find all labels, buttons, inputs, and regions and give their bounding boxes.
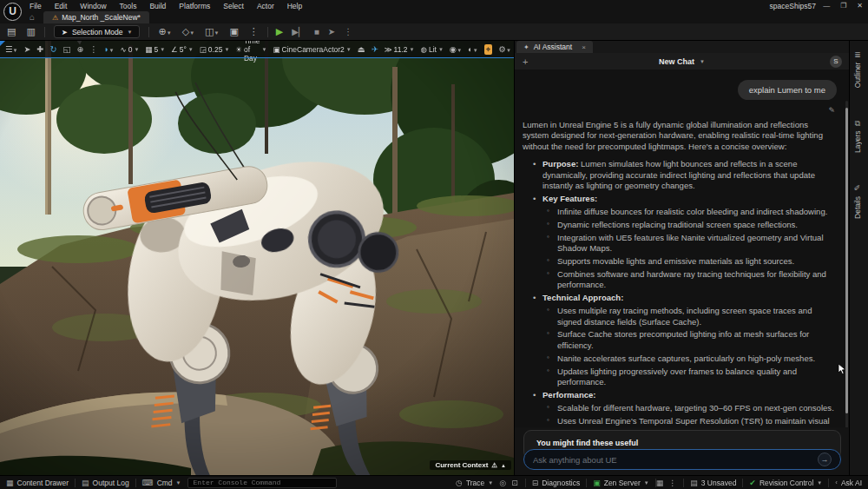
ai-assistant-tab-label: AI Assistant [534,43,572,51]
chat-scrollbar[interactable] [845,101,848,427]
zen-server-dropdown[interactable]: ▣ Zen Server ▼ [593,479,649,487]
chat-header: + New Chat ▼ S [515,53,849,69]
camera-speed-control[interactable]: ≫ 11.2▼ [385,45,415,54]
move-tool-icon[interactable]: ✚ [36,44,43,54]
ai-assistant-tab[interactable]: ✦ AI Assistant × [516,41,593,53]
play-button[interactable]: ▶ [276,26,283,37]
close-button[interactable]: ✕ [857,2,863,10]
screen-percentage-icon[interactable]: ◐▼ [468,44,478,54]
menu-platforms[interactable]: Platforms [179,2,210,10]
platforms-icon[interactable]: ▣ [229,26,238,37]
menu-window[interactable]: Window [80,2,106,10]
sub-bullet-text: Combines software and hardware ray traci… [557,269,826,289]
user-avatar[interactable]: S [830,56,842,68]
play-options-icon[interactable]: ⋮ [344,27,352,36]
frame-skip-button[interactable]: ▶▏ [292,27,305,36]
chat-title-dropdown[interactable]: New Chat ▼ [659,57,705,66]
bullet-marker: • [533,194,536,204]
save-icon[interactable]: ▤ [7,26,16,37]
edit-message-icon[interactable]: ✎ [828,106,835,115]
statusbar-divider [525,479,526,487]
viewport-settings-gear-icon[interactable]: ⚙▼ [498,44,510,54]
transform-gizmo-toggle-icon[interactable]: ⌖ [484,44,493,55]
content-drawer-button[interactable]: ▦ Content Drawer [6,479,69,487]
world-local-toggle-icon[interactable]: ⊕ [76,44,83,54]
grid-snap-value: 5 [154,45,158,54]
level-tab-label: Map_North _ScaleNew* [62,13,141,22]
assistant-sub-bullet: ◦Updates lighting progressively over fra… [523,367,835,388]
ask-input[interactable] [533,455,818,465]
chat-title-label: New Chat [659,57,694,66]
grid-snap-icon: ▦ [145,45,152,54]
scale-snap-control[interactable]: ◲ 0.25▼ [200,45,230,54]
level-viewport[interactable]: ☰▼ ➤ ✚ ↻ ◱ ⊕ ⋮ ◗▼ ∿ 0▼ ▦ 5▼ ∠ 5°▼ ◲ 0.25… [0,41,514,475]
browse-content-icon[interactable]: ▥ [26,26,35,37]
time-of-day-dropdown[interactable]: ☀ Time of Day▼ [235,41,266,63]
tab-outliner[interactable]: Outliner ≣ [853,51,862,88]
menu-build[interactable]: Build [149,2,166,10]
layers-icon: ⧉ [855,119,860,128]
layer-snap-control[interactable]: ∿ 0▼ [121,45,140,54]
unreal-logo-icon[interactable]: U [3,3,22,21]
toolbar-overflow-icon[interactable]: ⋮ [249,26,259,37]
grid-snap-control[interactable]: ▦ 5▼ [145,45,165,54]
camera-actor-dropdown[interactable]: ▣ CineCameraActor2▼ [273,45,351,54]
trace-dropdown[interactable]: ◷ Trace ▼ [456,479,493,487]
home-icon[interactable]: ⌂ [30,12,35,22]
blueprints-icon[interactable]: ◇▼ [182,26,194,37]
menu-edit[interactable]: Edit [55,2,68,10]
selection-mode-dropdown[interactable]: ➤ Selection Mode ▼ [54,25,141,38]
surface-snap-icon[interactable]: ◗▼ [104,44,115,54]
menu-select[interactable]: Select [223,2,244,10]
current-context-chip[interactable]: Current Context ⚠ ▲ [430,460,511,470]
output-log-button[interactable]: ▤ Output Log [82,479,129,487]
statusbar-divider [828,479,829,487]
camera-speed-value: 11.2 [394,45,408,54]
minimize-button[interactable]: — [823,2,830,10]
rotate-tool-icon[interactable]: ↻ [49,44,56,54]
restore-button[interactable]: ❐ [840,2,846,10]
menu-file[interactable]: File [30,2,42,10]
statusbar-divider [586,479,587,487]
screenshot-icon[interactable]: ⊡ [511,479,518,487]
tab-layers[interactable]: Layers ⧉ [853,121,862,153]
viewport-options-icon[interactable]: ☰▼ [5,44,17,54]
eject-icon[interactable]: ⏏ [358,44,365,54]
diagnostics-button[interactable]: ⊟ Diagnostics [532,479,580,487]
show-flags-icon[interactable]: ◉▼ [450,44,462,54]
select-tool-icon[interactable]: ➤ [23,44,30,54]
send-button[interactable]: → [818,453,832,466]
insights-icon[interactable]: ◎ [499,479,506,487]
add-actor-icon[interactable]: ⊕▼ [158,26,171,37]
sun-icon: ☀ [235,45,242,54]
user-message-bubble: explain Lumen to me [738,80,837,100]
new-chat-plus-button[interactable]: + [523,56,528,67]
chat-scroll-area[interactable]: explain Lumen to me ✎ Lumen in Unreal En… [515,69,849,427]
launch-button[interactable]: ➤ [328,27,335,36]
menu-tools[interactable]: Tools [120,2,137,10]
rotation-snap-control[interactable]: ∠ 5°▼ [171,45,194,54]
layers-tab-label: Layers [853,130,862,153]
menu-help[interactable]: Help [287,2,302,10]
view-mode-dropdown[interactable]: ◍ Lit▼ [420,45,443,54]
unsaved-button[interactable]: ▤ 3 Unsaved [690,479,736,487]
cinematics-icon[interactable]: ◫▼ [205,26,219,37]
assistant-sub-bullet: ◦Scalable for different hardware, target… [523,403,835,413]
pilot-icon[interactable]: ✈ [372,44,378,54]
menu-actor[interactable]: Actor [257,2,274,10]
cmd-dropdown[interactable]: ⌨ Cmd ▼ [142,479,181,487]
transform-overflow-icon[interactable]: ⋮ [89,44,98,54]
derived-data-icon[interactable]: ▦ [656,479,664,487]
statusbar-overflow-icon[interactable]: ⋮ [668,479,676,487]
stop-button[interactable]: ■ [314,27,319,36]
console-input[interactable] [194,479,331,486]
tab-details[interactable]: Details ✎ [853,183,862,219]
ask-ai-button[interactable]: ‹ Ask AI [835,479,862,487]
close-tab-icon[interactable]: × [582,43,586,51]
scale-tool-icon[interactable]: ◱ [62,44,70,54]
level-tab[interactable]: ⚠ Map_North _ScaleNew* [43,11,149,23]
time-of-day-label: Time of Day [244,41,260,63]
diagnostics-icon: ⊟ [532,479,539,487]
revision-control-dropdown[interactable]: ✔ Revision Control ▼ [749,479,822,487]
ask-ai-label: Ask AI [841,479,862,487]
